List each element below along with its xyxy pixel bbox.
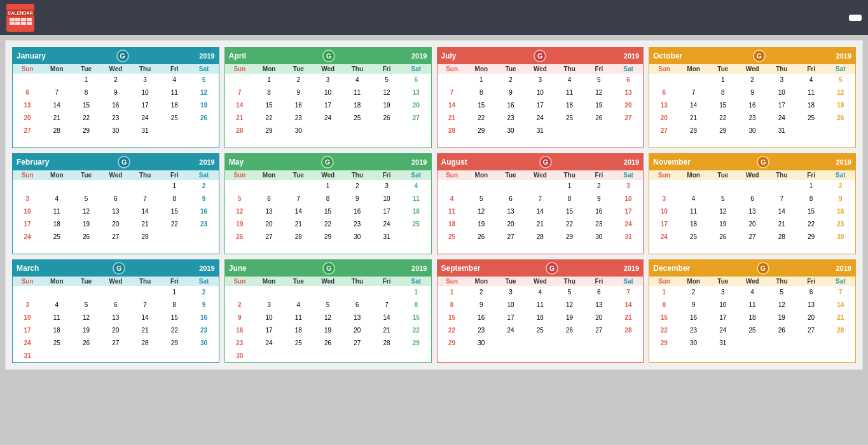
day-header-wed: Wed [738, 64, 767, 74]
day-cell: 30 [496, 125, 525, 137]
day-cell: 27 [614, 112, 643, 125]
empty-cell [42, 180, 71, 193]
empty-cell [525, 243, 555, 254]
g-badge[interactable]: G [118, 156, 130, 168]
day-cell: 5 [467, 193, 496, 205]
day-cell: 5 [225, 193, 254, 205]
g-badge[interactable]: G [322, 50, 335, 62]
day-cell: 4 [679, 193, 708, 205]
empty-cell [401, 137, 431, 147]
empty-cell [160, 350, 189, 362]
empty-cell [437, 350, 467, 360]
month-december: DecemberG2019SunMonTueWedThuFriSat123456… [649, 259, 856, 363]
day-cell: 21 [372, 324, 401, 337]
day-cell: 19 [467, 218, 496, 231]
day-cell: 2 [738, 74, 767, 86]
day-cell: 24 [13, 337, 42, 350]
day-header-tue: Tue [496, 277, 525, 286]
g-badge[interactable]: G [539, 156, 552, 168]
g-badge[interactable]: G [113, 262, 125, 275]
g-badge[interactable]: G [322, 262, 335, 275]
day-cell: 28 [130, 231, 160, 243]
day-cell: 24 [13, 231, 42, 243]
empty-cell [525, 137, 555, 147]
empty-cell [437, 243, 467, 254]
header: CALENDAR [0, 0, 868, 35]
day-cell: 12 [467, 205, 496, 218]
day-cell: 29 [313, 231, 343, 243]
day-cell: 31 [767, 125, 796, 137]
day-cell: 29 [797, 231, 826, 243]
g-badge[interactable]: G [546, 262, 558, 275]
day-header-tue: Tue [72, 170, 101, 180]
day-cell: 19 [767, 312, 796, 324]
day-cell: 10 [313, 86, 343, 99]
g-badge[interactable]: G [757, 156, 769, 168]
empty-cell [679, 350, 708, 360]
day-cell: 4 [797, 74, 826, 86]
day-cell: 21 [225, 112, 254, 125]
day-cell: 1 [72, 74, 101, 86]
empty-cell [313, 350, 343, 362]
empty-cell [372, 125, 401, 137]
day-cell: 12 [225, 205, 254, 218]
day-cell: 10 [13, 312, 42, 324]
month-october: OctoberG2019SunMonTueWedThuFriSat1234567… [649, 47, 856, 148]
g-badge[interactable]: G [534, 50, 546, 62]
empty-cell [343, 243, 372, 254]
day-cell: 7 [42, 86, 71, 99]
day-cell: 11 [679, 205, 708, 218]
empty-cell [584, 137, 614, 147]
day-cell: 19 [225, 218, 254, 231]
day-cell: 9 [584, 193, 614, 205]
day-cell: 16 [496, 99, 525, 112]
day-cell: 23 [826, 218, 855, 231]
month-january: JanuaryG2019SunMonTueWedThuFriSat1234567… [12, 47, 219, 148]
empty-cell [401, 231, 431, 243]
day-cell: 6 [101, 299, 130, 312]
day-cell: 3 [649, 193, 679, 205]
day-header-sun: Sun [649, 277, 679, 286]
calendar-icon: CALENDAR [6, 4, 34, 32]
day-cell: 27 [343, 337, 372, 350]
day-header-sat: Sat [614, 170, 643, 180]
day-header-sun: Sun [437, 277, 467, 286]
day-cell: 29 [437, 337, 467, 350]
day-cell: 6 [584, 286, 614, 299]
day-header-fri: Fri [372, 170, 401, 180]
day-cell: 13 [797, 299, 826, 312]
day-cell: 12 [826, 86, 855, 99]
day-header-tue: Tue [284, 170, 313, 180]
day-cell: 13 [496, 205, 525, 218]
day-cell: 1 [437, 286, 467, 299]
day-cell: 2 [496, 74, 525, 86]
g-badge[interactable]: G [753, 50, 766, 62]
day-cell: 8 [72, 86, 101, 99]
day-cell: 30 [284, 125, 313, 137]
day-cell: 28 [767, 231, 796, 243]
g-badge[interactable]: G [116, 50, 129, 62]
day-cell: 14 [130, 205, 160, 218]
day-cell: 11 [525, 299, 555, 312]
day-cell: 7 [767, 193, 796, 205]
day-grid: 1234567891011121314151617181920212223242… [437, 74, 644, 147]
g-badge[interactable]: G [757, 262, 769, 275]
empty-cell [679, 137, 708, 147]
g-badge[interactable]: G [321, 156, 334, 168]
day-grid: 1234567891011121314151617181920212223242… [649, 74, 855, 147]
day-cell: 16 [584, 205, 614, 218]
empty-cell [584, 125, 614, 137]
day-cell: 24 [767, 112, 796, 125]
day-cell: 25 [401, 218, 431, 231]
day-cell: 31 [130, 125, 160, 137]
day-cell: 15 [467, 99, 496, 112]
day-cell: 21 [525, 218, 555, 231]
day-cell: 8 [797, 193, 826, 205]
day-header-fri: Fri [797, 277, 826, 286]
day-header-thu: Thu [130, 170, 160, 180]
day-cell: 5 [708, 193, 738, 205]
day-header-sat: Sat [614, 277, 643, 286]
day-cell: 15 [160, 312, 189, 324]
day-cell: 18 [555, 99, 584, 112]
day-cell: 22 [797, 218, 826, 231]
